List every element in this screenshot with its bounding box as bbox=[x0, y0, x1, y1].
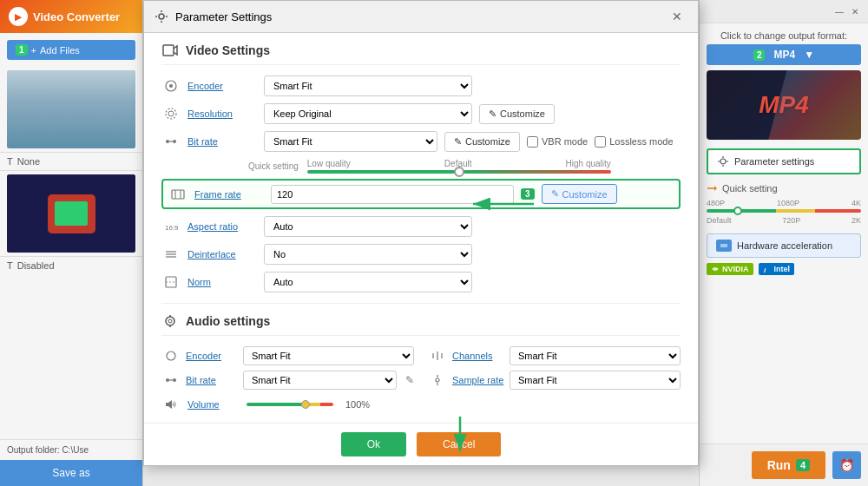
sample-rate-select[interactable]: Smart Fit bbox=[510, 371, 681, 390]
intel-icon: i bbox=[763, 265, 772, 273]
frame-rate-customize-label: Customize bbox=[562, 189, 608, 200]
resolution-row: Resolution Keep Original ✎ Customize bbox=[161, 103, 681, 124]
quick-setting-row: Quick setting Low quality Default High q… bbox=[248, 159, 681, 174]
audio-section: Audio settings Encoder Smart Fit bbox=[161, 303, 681, 414]
close-button[interactable]: ✕ bbox=[849, 5, 861, 17]
svg-rect-9 bbox=[172, 190, 184, 199]
ok-button[interactable]: Ok bbox=[341, 432, 406, 456]
norm-select[interactable]: Auto bbox=[264, 272, 472, 292]
svg-point-24 bbox=[166, 378, 169, 382]
right-panel: — ✕ Click to change output format: 2 MP4… bbox=[699, 0, 868, 486]
video-thumbnail-2[interactable] bbox=[7, 174, 135, 253]
label-480p: 480P bbox=[707, 199, 725, 207]
nvidia-label: NVIDIA bbox=[722, 265, 749, 273]
audio-bitrate-icon bbox=[161, 371, 181, 390]
channels-label: Channels bbox=[452, 351, 504, 361]
lossless-mode-checkbox[interactable] bbox=[595, 136, 606, 148]
audio-encoder-select[interactable]: Smart Fit bbox=[243, 346, 414, 365]
quality-track[interactable] bbox=[307, 170, 611, 174]
encoder-select[interactable]: Smart Fit bbox=[264, 76, 472, 96]
app-title: Video Converter bbox=[33, 10, 120, 23]
resolution-select[interactable]: Keep Original bbox=[264, 103, 472, 124]
bottom-buttons-left: Save as bbox=[0, 460, 142, 486]
settings-icon bbox=[155, 10, 168, 23]
bitrate-row: Bit rate Smart Fit ✎ Customize VBR mode … bbox=[161, 131, 681, 152]
encoder-label: Encoder bbox=[187, 81, 257, 91]
subtitle-icon: T bbox=[7, 156, 13, 167]
audio-settings-grid: Encoder Smart Fit bbox=[161, 346, 681, 414]
frame-rate-pencil-icon: ✎ bbox=[551, 188, 559, 200]
alarm-icon: ⏰ bbox=[839, 458, 854, 472]
vbr-mode-checkbox[interactable] bbox=[527, 136, 538, 148]
resolution-label: Resolution bbox=[187, 108, 257, 119]
frame-rate-label: Frame rate bbox=[194, 189, 264, 200]
vbr-mode-checkbox-label[interactable]: VBR mode bbox=[527, 136, 588, 148]
bitrate-select[interactable]: Smart Fit bbox=[264, 131, 437, 152]
run-button[interactable]: Run 4 bbox=[752, 451, 825, 479]
hardware-acceleration-button[interactable]: Hardware acceleration bbox=[707, 233, 861, 258]
disabled-label-row: T Disabled bbox=[0, 256, 142, 274]
audio-bitrate-edit-icon[interactable]: ✎ bbox=[405, 374, 414, 386]
quick-setting-title: Quick setting bbox=[707, 183, 861, 194]
intel-label: Intel bbox=[774, 265, 791, 273]
deinterlace-row: Deinterlace No bbox=[161, 244, 681, 265]
app-logo: ▶ bbox=[9, 7, 28, 26]
volume-thumb[interactable] bbox=[301, 400, 310, 409]
output-format-label: Click to change output format: bbox=[700, 23, 868, 44]
lossless-mode-checkbox-label[interactable]: Lossless mode bbox=[595, 136, 673, 148]
snow-scene-image bbox=[7, 70, 135, 148]
alarm-button[interactable]: ⏰ bbox=[832, 451, 861, 479]
save-as-button[interactable]: Save as bbox=[0, 460, 142, 486]
channels-select[interactable]: Smart Fit bbox=[510, 346, 681, 365]
audio-bitrate-select[interactable]: Smart Fit bbox=[243, 371, 397, 390]
minimize-button[interactable]: — bbox=[833, 5, 845, 17]
add-files-button[interactable]: 1 + Add Files bbox=[7, 40, 135, 60]
video-settings-title-row: Video Settings bbox=[161, 42, 681, 65]
resolution-icon bbox=[161, 104, 181, 123]
encoder-row: Encoder Smart Fit bbox=[161, 76, 681, 96]
nvidia-intel-row: NVIDIA i Intel bbox=[707, 263, 861, 275]
svg-point-20 bbox=[167, 351, 175, 360]
run-label: Run bbox=[767, 458, 791, 472]
bitrate-pencil-icon: ✎ bbox=[454, 136, 462, 148]
right-quality-track[interactable] bbox=[707, 209, 861, 213]
audio-encoder-row: Encoder Smart Fit bbox=[161, 346, 414, 365]
audio-bitrate-svg-icon bbox=[165, 374, 177, 386]
intel-badge: i Intel bbox=[759, 263, 795, 275]
svg-point-18 bbox=[166, 317, 174, 325]
bitrate-customize-button[interactable]: ✎ Customize bbox=[444, 132, 520, 152]
audio-settings-icon bbox=[161, 312, 179, 330]
disabled-label-text: Disabled bbox=[17, 260, 55, 271]
volume-track[interactable] bbox=[247, 403, 333, 406]
audio-encoder-icon bbox=[161, 346, 181, 365]
quick-setting-icon bbox=[707, 183, 717, 194]
svg-point-0 bbox=[159, 14, 164, 19]
cancel-button[interactable]: Cancel bbox=[417, 432, 501, 456]
modal-close-button[interactable]: ✕ bbox=[667, 8, 687, 25]
aspect-ratio-select[interactable]: Auto bbox=[264, 216, 472, 237]
format-selector[interactable]: 2 MP4 ▼ bbox=[707, 44, 861, 65]
frame-rate-customize-button[interactable]: ✎ Customize bbox=[542, 184, 617, 204]
volume-label: Volume bbox=[187, 399, 240, 410]
deinterlace-select[interactable]: No bbox=[264, 244, 472, 265]
frame-rate-input[interactable] bbox=[271, 185, 514, 204]
svg-text:16:9: 16:9 bbox=[165, 224, 178, 232]
lossless-mode-label: Lossless mode bbox=[609, 136, 673, 147]
volume-row: Volume 100% bbox=[161, 395, 414, 414]
modal-footer: Ok Cancel bbox=[144, 423, 698, 465]
svg-point-27 bbox=[436, 378, 439, 382]
bitrate-svg-icon bbox=[164, 135, 178, 148]
video-thumbnail-1[interactable] bbox=[7, 70, 135, 148]
svg-point-6 bbox=[166, 140, 169, 143]
label-default: Default bbox=[707, 216, 732, 225]
modal-title-bar: Parameter Settings ✕ bbox=[144, 1, 698, 33]
resolution-customize-button[interactable]: ✎ Customize bbox=[479, 104, 555, 124]
bitrate-label: Bit rate bbox=[187, 136, 257, 147]
sample-rate-label: Sample rate bbox=[452, 375, 504, 385]
parameter-settings-button[interactable]: Parameter settings bbox=[707, 148, 861, 174]
right-quality-thumb[interactable] bbox=[733, 207, 742, 215]
resolution-customize-label: Customize bbox=[500, 108, 545, 119]
quality-thumb[interactable] bbox=[454, 167, 464, 177]
add-files-text: Add Files bbox=[40, 45, 80, 56]
frame-rate-row: Frame rate 3 ✎ Customize bbox=[161, 179, 681, 209]
